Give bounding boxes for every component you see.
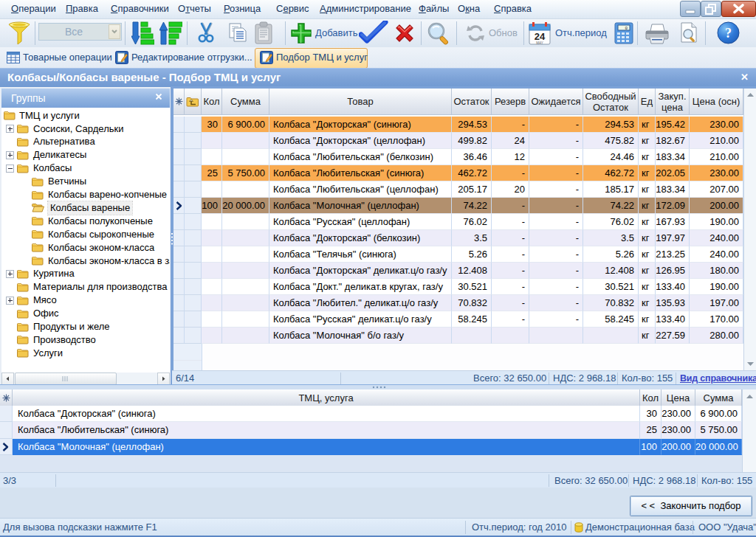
svg-text:0: 0 bbox=[625, 26, 628, 31]
svg-text:?: ? bbox=[725, 26, 732, 41]
svg-text:MAY: MAY bbox=[536, 41, 543, 45]
